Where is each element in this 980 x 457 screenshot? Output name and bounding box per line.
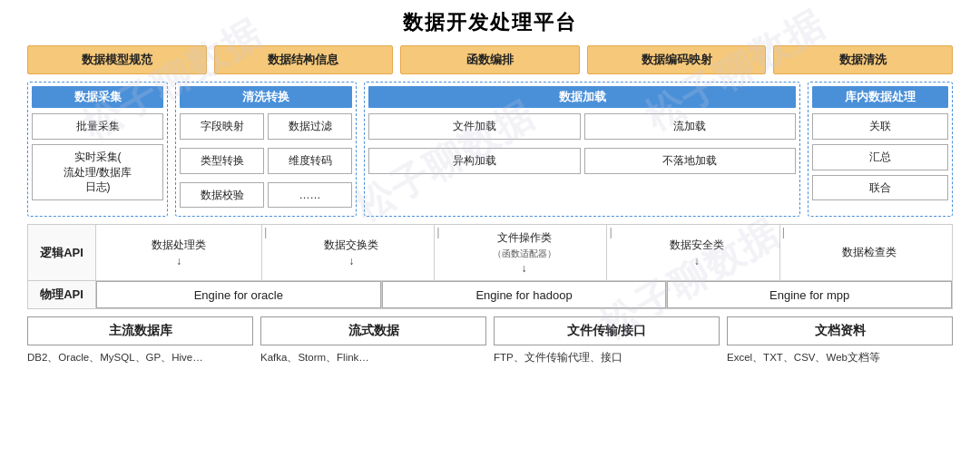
collection-item-1: 实时采集( 流处理/数据库 日志) (32, 144, 163, 200)
api-cat-4: 数据检查类 (787, 225, 952, 280)
logical-api-label: 逻辑API (28, 225, 96, 280)
logical-api-row: 逻辑API 数据处理类 ↓ | 数据交换类 ↓ | 文件操作类 （函数适配器） … (28, 225, 952, 281)
api-cat-2: 文件操作类 （函数适配器） ↓ (442, 225, 608, 280)
collection-header: 数据采集 (32, 86, 163, 108)
load-item-0: 文件加载 (368, 113, 581, 140)
bottom-header-0: 主流数据库 (27, 316, 253, 345)
physical-api-label: 物理API (28, 281, 96, 308)
engine-0: Engine for oracle (96, 281, 381, 308)
bottom-section: 主流数据库 DB2、Oracle、MySQL、GP、Hive… 流式数据 Kaf… (27, 316, 953, 365)
load-header: 数据加载 (368, 86, 796, 108)
clean-block: 清洗转换 字段映射 数据过滤 类型转换 维度转码 数据校验 …… (175, 82, 357, 217)
load-item-1: 流加载 (584, 113, 797, 140)
top-box-4: 数据清洗 (773, 45, 953, 74)
engine-2: Engine for mpp (667, 281, 952, 308)
inhouse-item-0: 关联 (812, 113, 948, 140)
load-item-3: 不落地加载 (584, 148, 797, 174)
middle-section: 数据采集 批量采集 实时采集( 流处理/数据库 日志) 清洗转换 字段映射 数据… (27, 82, 953, 217)
clean-item-0: 字段映射 (180, 113, 264, 140)
page-title: 数据开发处理平台 (27, 9, 953, 36)
top-box-0: 数据模型规范 (27, 45, 207, 74)
clean-item-5: …… (268, 182, 352, 209)
clean-item-4: 数据校验 (180, 182, 264, 209)
physical-api-row: 物理API Engine for oracle Engine for hadoo… (28, 281, 952, 308)
top-row: 数据模型规范 数据结构信息 函数编排 数据编码映射 数据清洗 (27, 45, 953, 74)
api-section: 逻辑API 数据处理类 ↓ | 数据交换类 ↓ | 文件操作类 （函数适配器） … (27, 224, 953, 309)
logical-api-content: 数据处理类 ↓ | 数据交换类 ↓ | 文件操作类 （函数适配器） ↓ | 数据… (96, 225, 952, 280)
load-block: 数据加载 文件加载 流加载 异构加载 不落地加载 (364, 82, 800, 217)
collection-block: 数据采集 批量采集 实时采集( 流处理/数据库 日志) (27, 82, 168, 217)
api-cat-1: 数据交换类 ↓ (269, 225, 435, 280)
api-cat-3: 数据安全类 ↓ (614, 225, 780, 280)
bottom-text-1: Kafka、Storm、Flink… (260, 350, 486, 365)
inhouse-header: 库内数据处理 (812, 86, 948, 108)
bottom-header-1: 流式数据 (260, 316, 486, 345)
top-box-3: 数据编码映射 (587, 45, 767, 74)
bottom-text-0: DB2、Oracle、MySQL、GP、Hive… (27, 350, 253, 365)
top-box-2: 函数编排 (400, 45, 580, 74)
inhouse-item-2: 联合 (812, 175, 948, 201)
clean-grid: 字段映射 数据过滤 类型转换 维度转码 数据校验 …… (180, 113, 352, 212)
bottom-block-2: 文件传输/接口 FTP、文件传输代理、接口 (494, 316, 720, 365)
api-cat-0: 数据处理类 ↓ (96, 225, 262, 280)
load-grid: 文件加载 流加载 异构加载 不落地加载 (368, 113, 796, 179)
clean-item-2: 类型转换 (180, 148, 264, 174)
clean-header: 清洗转换 (180, 86, 352, 108)
engine-1: Engine for hadoop (382, 281, 667, 308)
collection-item-0: 批量采集 (32, 113, 163, 140)
bottom-text-3: Excel、TXT、CSV、Web文档等 (727, 350, 953, 365)
bottom-block-1: 流式数据 Kafka、Storm、Flink… (260, 316, 486, 365)
bottom-block-0: 主流数据库 DB2、Oracle、MySQL、GP、Hive… (27, 316, 253, 365)
load-item-2: 异构加载 (368, 148, 581, 174)
physical-api-content: Engine for oracle Engine for hadoop Engi… (96, 281, 952, 308)
bottom-text-2: FTP、文件传输代理、接口 (494, 350, 720, 365)
inhouse-item-1: 汇总 (812, 144, 948, 170)
bottom-block-3: 文档资料 Excel、TXT、CSV、Web文档等 (727, 316, 953, 365)
bottom-header-3: 文档资料 (727, 316, 953, 345)
inhouse-block: 库内数据处理 关联 汇总 联合 (808, 82, 953, 217)
bottom-header-2: 文件传输/接口 (494, 316, 720, 345)
clean-item-1: 数据过滤 (268, 113, 352, 140)
top-box-1: 数据结构信息 (214, 45, 394, 74)
clean-item-3: 维度转码 (268, 148, 352, 174)
